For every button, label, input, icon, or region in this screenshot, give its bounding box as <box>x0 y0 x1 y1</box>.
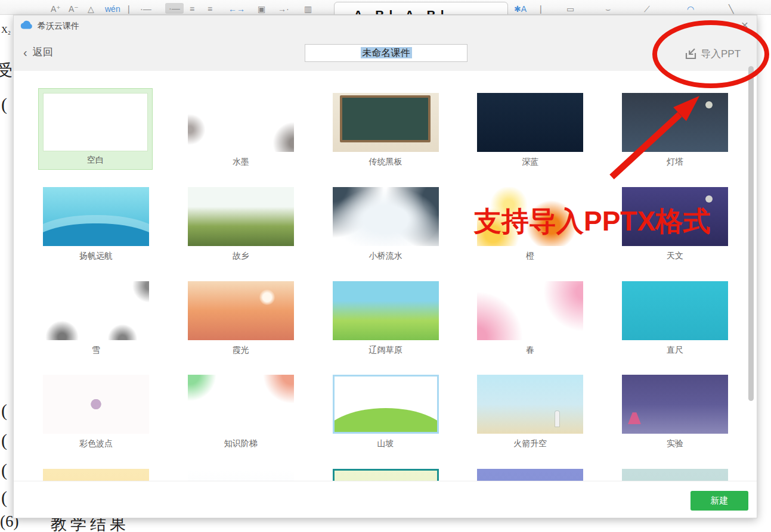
template-item-rocket[interactable]: 火箭升空 <box>477 375 583 449</box>
vertical-scrollbar-thumb[interactable] <box>748 66 754 401</box>
background-doc-text: ( <box>1 460 7 480</box>
template-label: 彩色波点 <box>43 438 149 449</box>
template-thumbnail-polka-dots <box>43 375 149 434</box>
toolbar-icon: ⌣ <box>605 4 611 14</box>
template-thumbnail-knowledge-ladder <box>188 375 294 434</box>
toolbar-font-dropdown: A Bl A Bl <box>334 2 508 15</box>
template-item-sailing[interactable]: 扬帆远航 <box>43 187 149 262</box>
toolbar-icon: ◠ <box>687 4 694 14</box>
template-item-grassland[interactable]: 辽阔草原 <box>333 281 439 356</box>
template-thumbnail-ruler <box>622 281 728 340</box>
create-new-button[interactable]: 新建 <box>691 491 748 511</box>
background-doc-text: ( <box>1 94 7 114</box>
background-doc-text: ( <box>1 400 7 421</box>
template-thumbnail-blank <box>43 93 148 151</box>
template-item-sunset-glow[interactable]: 霞光 <box>188 281 294 356</box>
template-label: 水墨 <box>188 157 294 167</box>
template-item-bridge-water[interactable]: 小桥流水 <box>333 187 439 262</box>
template-thumbnail-rocket <box>477 375 583 434</box>
template-thumbnail-sailing <box>43 187 149 246</box>
template-item-lighthouse[interactable]: 灯塔 <box>622 93 728 167</box>
background-doc-text: X₂ <box>1 25 11 35</box>
template-label: 辽阔草原 <box>333 345 439 356</box>
background-doc-text: 受 <box>0 60 13 81</box>
template-item-deep-blue[interactable]: 深蓝 <box>477 93 583 167</box>
toolbar-icon: △ <box>88 4 94 14</box>
template-thumbnail-sunset-glow <box>188 281 294 340</box>
template-label: 深蓝 <box>477 157 583 167</box>
template-label: 扬帆远航 <box>43 251 149 262</box>
template-label: 传统黑板 <box>333 157 439 167</box>
template-label: 雪 <box>43 345 149 356</box>
background-doc-text: ( <box>1 430 7 450</box>
toolbar-icon: ╲ <box>729 4 733 14</box>
dialog-footer: 新建 <box>14 481 757 518</box>
template-item-spring[interactable]: 春 <box>477 281 583 356</box>
toolbar-icon: →· <box>278 4 289 14</box>
background-doc-text: ( <box>1 487 7 508</box>
toolbar-icon: ←→ <box>228 4 245 14</box>
template-item-polka-dots[interactable]: 彩色波点 <box>43 375 149 449</box>
template-item-orange[interactable]: 橙 <box>477 187 583 262</box>
template-item-blank[interactable]: 空白 <box>38 88 153 170</box>
template-thumbnail-spring <box>477 281 583 340</box>
template-thumbnail-experiment <box>622 375 728 434</box>
template-label: 知识阶梯 <box>188 438 294 449</box>
template-label: 实验 <box>622 438 728 449</box>
template-grid: 空白水墨传统黑板深蓝灯塔扬帆远航故乡小桥流水橙天文雪霞光辽阔草原春直尺彩色波点知… <box>14 15 757 518</box>
template-item-knowledge-ladder[interactable]: 知识阶梯 <box>188 375 294 449</box>
template-label: 小桥流水 <box>333 251 439 262</box>
template-thumbnail-astronomy <box>622 187 728 246</box>
template-thumbnail-hometown <box>188 187 294 246</box>
template-item-snow[interactable]: 雪 <box>43 281 149 356</box>
template-item-hillside[interactable]: 山坡 <box>333 375 439 449</box>
toolbar-icon: | <box>128 4 130 14</box>
toolbar-icon: ▣ <box>258 4 265 14</box>
toolbar-icon: ·— <box>165 3 184 14</box>
template-thumbnail-grassland <box>333 281 439 340</box>
toolbar-icon: ✱A <box>514 4 527 14</box>
template-label: 灯塔 <box>622 157 728 167</box>
template-item-hometown[interactable]: 故乡 <box>188 187 294 262</box>
cloud-courseware-dialog: 希沃云课件 × ‹返回 未命名课件 导入PPT 空白水墨传统黑板深蓝灯塔扬帆远航… <box>13 15 757 518</box>
template-thumbnail-deep-blue <box>477 93 583 152</box>
toolbar-icon: A⁺ <box>51 4 61 14</box>
template-label: 天文 <box>622 251 728 262</box>
toolbar-icon: | <box>540 4 542 14</box>
template-label: 火箭升空 <box>477 438 583 449</box>
toolbar-icon: ⟋ <box>644 4 650 14</box>
toolbar-icon: ≡ <box>190 4 194 14</box>
toolbar-icon: ▥ <box>304 4 312 14</box>
background-app-toolbar: A⁺A⁻△wén|·—·—≡≡←→▣→·▥A Bl A Bl✱A|▭⌣⟋◠╲ <box>0 0 771 15</box>
template-thumbnail-bridge-water <box>333 187 439 246</box>
template-item-chalkboard[interactable]: 传统黑板 <box>333 93 439 167</box>
template-label: 山坡 <box>333 438 439 449</box>
template-item-ruler[interactable]: 直尺 <box>622 281 728 356</box>
template-label: 橙 <box>477 251 583 262</box>
template-label: 故乡 <box>188 251 294 262</box>
template-thumbnail-ink-wash <box>188 93 294 152</box>
template-item-astronomy[interactable]: 天文 <box>622 187 728 262</box>
template-thumbnail-hillside <box>333 375 439 434</box>
template-thumbnail-lighthouse <box>622 93 728 152</box>
template-label: 春 <box>477 345 583 356</box>
template-item-ink-wash[interactable]: 水墨 <box>188 93 294 167</box>
toolbar-icon: ▭ <box>566 4 574 14</box>
toolbar-icon: A⁻ <box>69 4 79 14</box>
template-label: 空白 <box>39 155 152 166</box>
template-item-experiment[interactable]: 实验 <box>622 375 728 449</box>
template-label: 直尺 <box>622 345 728 356</box>
toolbar-icon: ≡ <box>208 4 212 14</box>
template-thumbnail-orange <box>477 187 583 246</box>
toolbar-icon: wén <box>105 4 120 14</box>
template-thumbnail-chalkboard <box>333 93 439 152</box>
template-thumbnail-snow <box>43 281 149 340</box>
template-label: 霞光 <box>188 345 294 356</box>
toolbar-icon: ·— <box>140 4 151 14</box>
